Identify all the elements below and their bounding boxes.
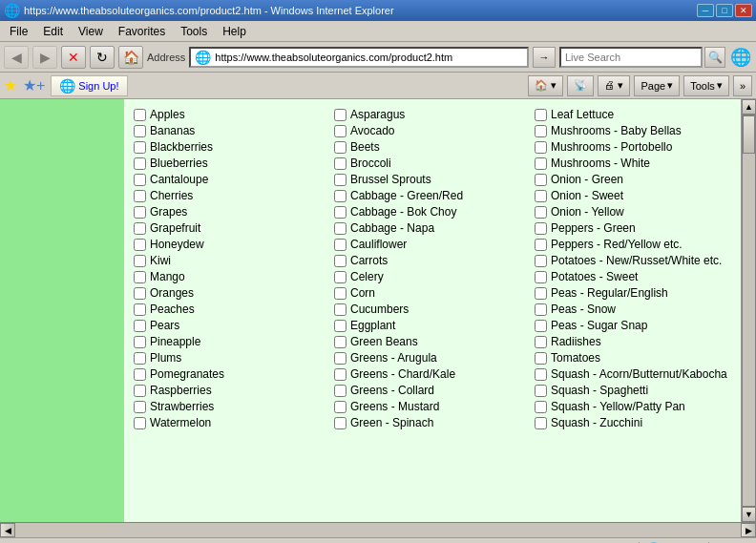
checkbox-squash---spaghetti[interactable]: [535, 385, 547, 397]
checkbox-peaches[interactable]: [134, 303, 146, 316]
checkbox-cabbage---napa[interactable]: [334, 222, 346, 235]
checkbox-cabbage---bok-choy[interactable]: [334, 206, 346, 219]
checkbox-label: Oranges: [150, 286, 194, 300]
checkbox-grapes[interactable]: [134, 206, 146, 219]
right-scrollbar[interactable]: ▲ ▼: [741, 99, 756, 522]
checkbox-greens---mustard[interactable]: [334, 401, 346, 413]
checkbox-bananas[interactable]: [134, 125, 146, 137]
scroll-thumb[interactable]: [743, 115, 755, 154]
checkbox-carrots[interactable]: [334, 255, 346, 267]
page-button[interactable]: Page ▾: [634, 75, 680, 96]
search-button[interactable]: 🔍: [704, 47, 725, 68]
address-bar[interactable]: 🌐 https://www.theabsoluteorganics.com/pr…: [189, 47, 529, 68]
horizontal-scrollbar[interactable]: ◀ ▶: [0, 522, 756, 537]
checkbox-honeydew[interactable]: [134, 239, 146, 251]
checkbox-radiishes[interactable]: [535, 336, 547, 348]
checkbox-onion---yellow[interactable]: [535, 206, 547, 219]
checkbox-label: Peppers - Red/Yellow etc.: [551, 238, 682, 251]
checkbox-blueberries[interactable]: [134, 157, 146, 170]
checkbox-squash---zucchini[interactable]: [535, 417, 547, 429]
checkbox-kiwi[interactable]: [134, 255, 146, 267]
checkbox-raspberries[interactable]: [134, 385, 146, 397]
checkbox-oranges[interactable]: [134, 287, 146, 300]
scroll-track[interactable]: [742, 115, 756, 507]
scroll-up-button[interactable]: ▲: [742, 99, 756, 115]
checkbox-beets[interactable]: [334, 141, 346, 154]
checkbox-onion---green[interactable]: [535, 174, 547, 186]
menu-file[interactable]: File: [4, 24, 33, 39]
scroll-left-button[interactable]: ◀: [0, 523, 15, 537]
extend-button[interactable]: »: [733, 75, 752, 96]
checkbox-asparagus[interactable]: [334, 109, 346, 121]
menu-edit[interactable]: Edit: [37, 24, 69, 39]
checkbox-pineapple[interactable]: [134, 336, 146, 348]
checkbox-label: Squash - Spaghetti: [551, 384, 648, 397]
checkbox-eggplant[interactable]: [334, 320, 346, 332]
scroll-right-button[interactable]: ▶: [741, 523, 756, 537]
menu-tools[interactable]: Tools: [175, 24, 213, 39]
menu-view[interactable]: View: [73, 24, 109, 39]
checkbox-peas---snow[interactable]: [535, 303, 547, 316]
checkbox-potatoes---sweet[interactable]: [535, 271, 547, 283]
forward-button[interactable]: ▶: [32, 46, 57, 69]
home-tool-button[interactable]: 🏠 ▾: [528, 75, 563, 96]
checkbox-leaf-lettuce[interactable]: [535, 109, 547, 121]
checkbox-potatoes---newrussetwhite-etc[interactable]: [535, 255, 547, 267]
checkbox-mushrooms---portobello[interactable]: [535, 141, 547, 154]
refresh-button[interactable]: ↻: [90, 46, 115, 69]
checkbox-blackberries[interactable]: [134, 141, 146, 154]
checkbox-brussel-sprouts[interactable]: [334, 174, 346, 186]
stop-button[interactable]: ✕: [61, 46, 86, 69]
checkbox-greens---chardkale[interactable]: [334, 368, 346, 381]
checkbox-onion---sweet[interactable]: [535, 190, 547, 202]
checkbox-green-beans[interactable]: [334, 336, 346, 348]
menu-help[interactable]: Help: [217, 24, 252, 39]
checkbox-greens---collard[interactable]: [334, 385, 346, 397]
checkbox-pomegranates[interactable]: [134, 368, 146, 381]
checkbox-broccoli[interactable]: [334, 157, 346, 170]
add-favorites-icon[interactable]: ★+: [23, 76, 45, 94]
go-button[interactable]: →: [533, 47, 556, 68]
search-input[interactable]: [559, 47, 703, 68]
checkbox-cabbage---greenred[interactable]: [334, 190, 346, 202]
checkbox-cantaloupe[interactable]: [134, 174, 146, 186]
checkbox-peppers---redyellow-etc[interactable]: [535, 239, 547, 251]
checkbox-tomatoes[interactable]: [535, 352, 547, 365]
checkbox-apples[interactable]: [134, 109, 146, 121]
checkbox-peppers---green[interactable]: [535, 222, 547, 235]
maximize-button[interactable]: □: [716, 4, 733, 17]
checkbox-celery[interactable]: [334, 271, 346, 283]
checkbox-peas---regularenglish[interactable]: [535, 287, 547, 300]
feed-button[interactable]: 📡: [567, 75, 594, 96]
checkbox-pears[interactable]: [134, 320, 146, 332]
h-scroll-track[interactable]: [15, 523, 741, 537]
checkbox-mushrooms---white[interactable]: [535, 157, 547, 170]
tools-button[interactable]: Tools ▾: [683, 75, 729, 96]
checkbox-cherries[interactable]: [134, 190, 146, 202]
menu-favorites[interactable]: Favorites: [113, 24, 171, 39]
minimize-button[interactable]: ─: [697, 4, 714, 17]
checkbox-mango[interactable]: [134, 271, 146, 283]
checkbox-green---spinach[interactable]: [334, 417, 346, 429]
checkbox-squash---yellowpatty-pan[interactable]: [535, 401, 547, 413]
print-button[interactable]: 🖨 ▾: [598, 75, 630, 96]
checkbox-watermelon[interactable]: [134, 417, 146, 429]
close-button[interactable]: ✕: [735, 4, 752, 17]
home-button[interactable]: 🏠: [118, 46, 143, 69]
list-item: Cabbage - Green/Red: [332, 188, 533, 203]
scroll-down-button[interactable]: ▼: [742, 507, 756, 522]
checkbox-strawberries[interactable]: [134, 401, 146, 413]
signup-link[interactable]: 🌐 Sign Up!: [51, 75, 127, 96]
checkbox-peas---sugar-snap[interactable]: [535, 320, 547, 332]
checkbox-cauliflower[interactable]: [334, 239, 346, 251]
checkbox-squash---acornbutternutkabocha[interactable]: [535, 368, 547, 381]
back-button[interactable]: ◀: [4, 46, 29, 69]
checkbox-plums[interactable]: [134, 352, 146, 365]
left-sidebar: [0, 99, 124, 522]
checkbox-greens---arugula[interactable]: [334, 352, 346, 365]
checkbox-avocado[interactable]: [334, 125, 346, 137]
checkbox-grapefruit[interactable]: [134, 222, 146, 235]
checkbox-corn[interactable]: [334, 287, 346, 300]
checkbox-mushrooms---baby-bellas[interactable]: [535, 125, 547, 137]
checkbox-cucumbers[interactable]: [334, 303, 346, 316]
